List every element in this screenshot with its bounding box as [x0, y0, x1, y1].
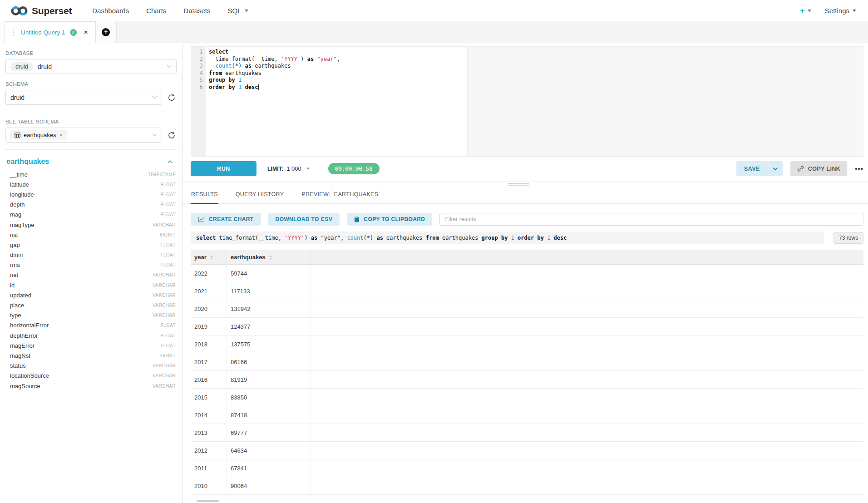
table-column-row[interactable]: magErrorFLOAT: [5, 340, 177, 350]
brand-name: Superset: [32, 5, 72, 16]
column-header-year[interactable]: year: [191, 250, 227, 264]
column-name: status: [10, 362, 26, 369]
nav-item-dashboards[interactable]: Dashboards: [84, 7, 138, 15]
cell-filler: [311, 477, 863, 494]
nav-item-sql[interactable]: SQL: [219, 7, 257, 15]
download-csv-button[interactable]: DOWNLOAD TO CSV: [268, 213, 340, 226]
code-line[interactable]: group by 1: [209, 77, 863, 84]
table-column-row[interactable]: horizontalErrorFLOAT: [5, 321, 177, 330]
save-button[interactable]: SAVE: [736, 161, 768, 176]
new-item-button[interactable]: +: [800, 6, 811, 16]
link-icon: [797, 165, 804, 172]
sql-token: order by: [209, 84, 235, 90]
settings-menu[interactable]: Settings: [825, 7, 856, 15]
cell-filler: [311, 459, 863, 477]
tab-preview-earthquakes[interactable]: PREVIEW: `EARTHQUAKES`: [301, 188, 381, 203]
code-line[interactable]: order by 1 desc: [209, 84, 863, 91]
copy-link-button[interactable]: COPY LINK: [790, 161, 847, 176]
cell-year: 2018: [191, 335, 227, 353]
column-name: depth: [10, 201, 25, 208]
cell-year: 2015: [191, 389, 227, 406]
superset-logo[interactable]: Superset: [11, 5, 72, 17]
executed-query-text: select time_format(__time, 'YYYY') as "y…: [191, 232, 824, 244]
copy-link-label: COPY LINK: [808, 166, 840, 172]
table-column-row[interactable]: idVARCHAR: [5, 280, 177, 290]
table-column-row[interactable]: placeVARCHAR: [5, 300, 177, 310]
refresh-tables-button[interactable]: [167, 131, 177, 139]
table-schema-select[interactable]: earthquakes ✕: [5, 128, 162, 143]
splitter-handle-icon[interactable]: [508, 183, 529, 187]
table-column-row[interactable]: longitudeFLOAT: [5, 189, 177, 199]
sort-icon[interactable]: [269, 255, 272, 260]
horizontal-scrollbar-thumb[interactable]: [197, 500, 219, 502]
column-type: VARCHAR: [153, 303, 176, 308]
sql-token: (*): [364, 235, 377, 241]
table-column-row[interactable]: statusVARCHAR: [5, 361, 177, 371]
nav-item-datasets[interactable]: Datasets: [175, 7, 219, 15]
results-actions: CREATE CHART DOWNLOAD TO CSV COPY TO CLI…: [182, 204, 868, 226]
column-header-earthquakes[interactable]: earthquakes: [227, 250, 311, 264]
table-column-row[interactable]: depthErrorFLOAT: [5, 330, 177, 340]
filter-results-input[interactable]: [439, 213, 863, 226]
column-name: id: [10, 282, 15, 289]
sql-token: group by: [482, 235, 508, 241]
code-line[interactable]: count(*) as earthquakes: [209, 63, 863, 70]
table-column-row[interactable]: rmsFLOAT: [5, 260, 177, 270]
table-column-row[interactable]: magSourceVARCHAR: [5, 381, 177, 391]
table-column-row[interactable]: netVARCHAR: [5, 270, 177, 280]
close-icon[interactable]: ✕: [84, 30, 88, 35]
table-column-row[interactable]: latitudeFLOAT: [5, 179, 177, 189]
add-tab-button[interactable]: +: [102, 28, 110, 36]
create-chart-button[interactable]: CREATE CHART: [191, 213, 261, 226]
table-column-row[interactable]: magTypeVARCHAR: [5, 220, 177, 230]
table-column-row[interactable]: typeVARCHAR: [5, 311, 177, 321]
sql-token: earthquakes: [252, 63, 291, 69]
table-columns-list: __timeTIMESTAMPlatitudeFLOATlongitudeFLO…: [5, 169, 177, 391]
column-type: VARCHAR: [153, 272, 176, 277]
table-row: 2021117133: [191, 282, 863, 300]
database-select[interactable]: druid druid: [5, 59, 177, 74]
run-query-button[interactable]: RUN: [191, 161, 256, 176]
tab-query-history[interactable]: QUERY HISTORY: [235, 188, 284, 203]
table-column-row[interactable]: depthFLOAT: [5, 200, 177, 210]
save-options-button[interactable]: [768, 161, 783, 176]
schema-select[interactable]: druid: [5, 90, 162, 105]
table-column-row[interactable]: locationSourceVARCHAR: [5, 371, 177, 381]
table-column-row[interactable]: nstBIGINT: [5, 230, 177, 240]
cell-earthquakes: 67841: [227, 459, 311, 477]
cell-earthquakes: 64634: [227, 442, 311, 459]
sql-editor[interactable]: 123456 select time_format(__time, 'YYYY'…: [191, 46, 863, 157]
editor-code-area[interactable]: select time_format(__time, 'YYYY') as "y…: [206, 47, 863, 156]
code-line[interactable]: from earthquakes: [209, 70, 863, 77]
copy-clipboard-button[interactable]: COPY TO CLIPBOARD: [347, 213, 432, 226]
code-line[interactable]: select: [209, 49, 863, 56]
sort-icon[interactable]: [210, 255, 213, 260]
column-type: VARCHAR: [153, 222, 176, 227]
panel-splitter[interactable]: [182, 182, 868, 186]
sql-token: ): [304, 235, 311, 241]
sql-token: "year": [317, 56, 336, 62]
drag-handle-icon[interactable]: ⋮: [10, 28, 16, 37]
column-name: net: [10, 271, 18, 278]
cell-earthquakes: 90064: [227, 477, 311, 494]
cell-earthquakes: 117133: [227, 282, 311, 300]
table-column-row[interactable]: magFLOAT: [5, 210, 177, 220]
code-line[interactable]: time_format(__time, 'YYYY') as "year",: [209, 56, 863, 63]
table-column-row[interactable]: __timeTIMESTAMP: [5, 169, 177, 179]
remove-table-icon[interactable]: ✕: [59, 133, 63, 138]
tab-untitled-query-1[interactable]: ⋮ Untitled Query 1 ✓ ✕: [5, 21, 96, 43]
column-name: magSource: [10, 383, 40, 390]
table-column-row[interactable]: magNstBIGINT: [5, 350, 177, 360]
column-type: VARCHAR: [153, 293, 176, 298]
collapse-table-button[interactable]: [167, 160, 173, 164]
table-column-row[interactable]: dminFLOAT: [5, 250, 177, 260]
table-column-row[interactable]: gapFLOAT: [5, 240, 177, 250]
refresh-schema-button[interactable]: [167, 94, 177, 102]
more-actions-button[interactable]: •••: [855, 165, 863, 173]
limit-dropdown[interactable]: LIMIT: 1 000: [267, 165, 310, 172]
cell-earthquakes: 131942: [227, 300, 311, 317]
table-column-row[interactable]: updatedVARCHAR: [5, 290, 177, 300]
tab-results[interactable]: RESULTS: [191, 188, 218, 204]
nav-item-charts[interactable]: Charts: [138, 7, 175, 15]
table-row: 201583850: [191, 389, 863, 406]
